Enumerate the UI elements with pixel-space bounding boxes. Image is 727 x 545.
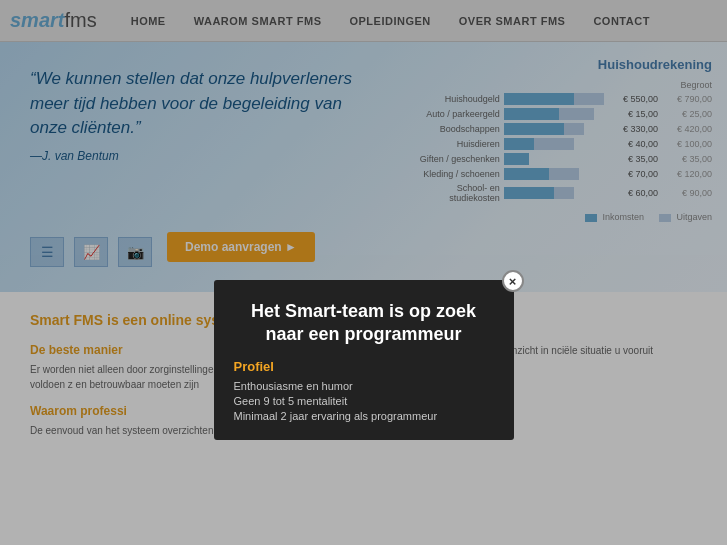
modal-subtitle: Profiel bbox=[234, 359, 494, 374]
modal-overlay: × Het Smart-team is op zoek naar een pro… bbox=[0, 0, 727, 470]
modal-close-button[interactable]: × bbox=[502, 270, 524, 292]
modal-title: Het Smart-team is op zoek naar een progr… bbox=[234, 300, 494, 347]
modal: × Het Smart-team is op zoek naar een pro… bbox=[214, 280, 514, 440]
modal-item: Geen 9 tot 5 mentaliteit bbox=[234, 395, 494, 407]
modal-items: Enthousiasme en humorGeen 9 tot 5 mental… bbox=[234, 380, 494, 422]
modal-item: Enthousiasme en humor bbox=[234, 380, 494, 392]
modal-item: Minimaal 2 jaar ervaring als programmeur bbox=[234, 410, 494, 422]
